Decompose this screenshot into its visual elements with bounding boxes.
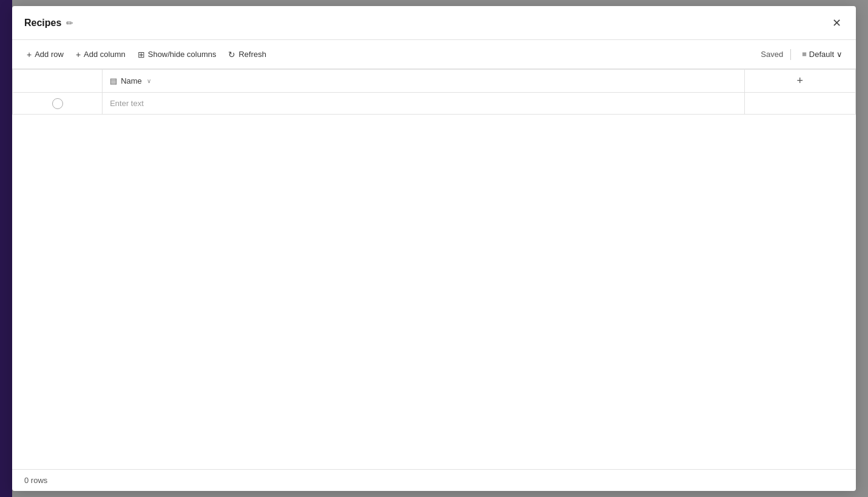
add-column-button[interactable]: + Add column [71,46,130,63]
row-checkbox-cell[interactable] [13,93,103,115]
chevron-down-icon: ∨ [836,50,843,59]
refresh-label: Refresh [238,50,266,59]
show-hide-label: Show/hide columns [148,50,217,59]
name-column-chevron: ∨ [147,78,151,84]
saved-label: Saved [761,50,783,59]
table-row [13,93,856,115]
close-icon: ✕ [832,16,841,30]
add-column-header-icon: + [797,75,804,87]
name-column-header[interactable]: ▤ Name ∨ [103,70,744,93]
add-column-header-button[interactable]: + [745,70,855,92]
refresh-icon: ↻ [228,50,235,59]
name-column-label: Name [121,76,142,85]
row-selector-header [13,70,103,93]
add-row-label: Add row [35,50,64,59]
toolbar: + Add row + Add column ⊞ Show/hide colum… [12,40,856,69]
name-input[interactable] [103,93,744,114]
name-column-header-content[interactable]: ▤ Name ∨ [103,70,744,92]
add-column-header[interactable]: + [744,70,855,93]
default-view-button[interactable]: ≡ Default ∨ [798,47,846,61]
modal-header: Recipes ✏ ✕ [12,6,856,40]
add-column-icon: + [76,50,81,59]
add-column-label: Add column [84,50,126,59]
modal-title: Recipes [24,18,61,28]
table-area: ▤ Name ∨ + [12,69,856,469]
empty-add-col-cell [744,93,855,115]
modal-overlay: Recipes ✏ ✕ + Add row + Add column ⊞ Sho… [0,0,868,497]
close-button[interactable]: ✕ [830,14,844,32]
modal-dialog: Recipes ✏ ✕ + Add row + Add column ⊞ Sho… [12,6,856,491]
show-hide-button[interactable]: ⊞ Show/hide columns [133,46,221,63]
rows-count: 0 rows [24,476,47,485]
toolbar-divider [790,49,791,60]
add-row-button[interactable]: + Add row [22,46,69,63]
add-row-icon: + [27,50,32,59]
data-table: ▤ Name ∨ + [12,69,856,115]
modal-title-area: Recipes ✏ [24,18,830,28]
table-header-row: ▤ Name ∨ + [13,70,856,93]
refresh-button[interactable]: ↻ Refresh [223,46,271,63]
modal-footer: 0 rows [12,469,856,491]
name-cell[interactable] [103,93,744,115]
edit-icon[interactable]: ✏ [66,18,73,28]
toolbar-right: Saved ≡ Default ∨ [761,47,846,61]
list-view-icon: ≡ [802,50,807,59]
row-checkbox[interactable] [52,98,63,109]
default-view-label: Default [809,50,834,59]
name-column-icon: ▤ [110,76,117,85]
show-hide-icon: ⊞ [138,50,145,59]
